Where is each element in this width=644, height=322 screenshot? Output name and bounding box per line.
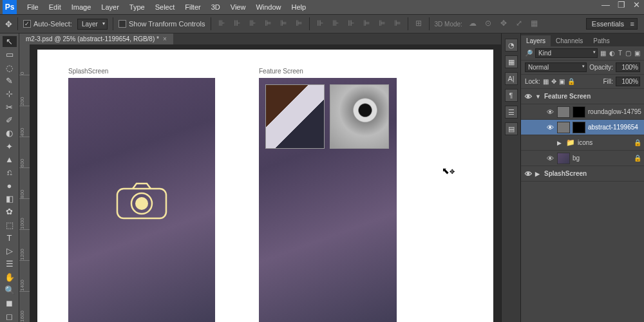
fill-field[interactable]: 100%: [616, 77, 640, 86]
eraser-tool[interactable]: ⎌: [3, 167, 17, 178]
menu-filter[interactable]: Filter: [180, 3, 205, 11]
3d-icon[interactable]: ⊙: [483, 19, 493, 29]
panel-icon-properties[interactable]: ☰: [505, 106, 518, 118]
shape-tool[interactable]: ☰: [3, 258, 17, 269]
panel-icon-paragraph[interactable]: ¶: [505, 89, 518, 102]
distribute-icon[interactable]: ⊫: [392, 19, 402, 29]
artboard-feature[interactable]: [259, 78, 397, 322]
chevron-right-icon[interactable]: ▶: [557, 140, 564, 146]
pen-tool[interactable]: ⬚: [3, 219, 17, 230]
auto-align-icon[interactable]: ⊞: [413, 19, 424, 29]
distribute-icon[interactable]: ⊪: [346, 19, 356, 29]
align-icon[interactable]: ⊫: [294, 19, 304, 29]
blur-tool[interactable]: ◧: [3, 193, 17, 204]
eyedropper-tool[interactable]: ✂: [3, 102, 17, 113]
lock-position-icon[interactable]: ✥: [551, 78, 556, 85]
visibility-icon[interactable]: 👁: [545, 124, 554, 131]
align-icon[interactable]: ⊪: [216, 19, 227, 29]
path-tool[interactable]: ▷: [3, 245, 17, 256]
blend-mode-dropdown[interactable]: Normal: [525, 62, 587, 72]
menu-view[interactable]: View: [225, 3, 251, 11]
filter-kind-dropdown[interactable]: Kind: [535, 48, 598, 58]
panel-icon-history[interactable]: ◔: [505, 39, 518, 52]
dodge-tool[interactable]: ✿: [3, 206, 17, 217]
align-icon[interactable]: ⊫: [263, 19, 273, 29]
canvas[interactable]: SplashScreen Feature Screen ⬉✥: [37, 50, 493, 322]
show-transform-checkbox[interactable]: Show Tranform Controls: [118, 20, 205, 28]
tab-layers[interactable]: Layers: [521, 35, 551, 46]
panel-icon-swatches[interactable]: ▦: [505, 55, 518, 68]
crop-tool[interactable]: ⊹: [3, 88, 17, 99]
background-swatch[interactable]: ◻: [3, 311, 17, 322]
distribute-icon[interactable]: ⊫: [361, 19, 372, 29]
restore-button[interactable]: ❐: [618, 0, 625, 10]
document-tab[interactable]: m2-3.psd @ 25% (abstract-1199654, RGB/8)…: [19, 33, 173, 44]
menu-edit[interactable]: Edit: [44, 3, 66, 11]
visibility-icon[interactable]: 👁: [545, 155, 554, 162]
marquee-tool[interactable]: ▭: [3, 49, 17, 60]
heal-tool[interactable]: ✐: [3, 115, 17, 126]
lock-pixels-icon[interactable]: ▦: [543, 78, 549, 85]
stamp-tool[interactable]: ✦: [3, 141, 17, 152]
layer-abstract[interactable]: 👁 abstract-1199654: [521, 120, 644, 135]
menu-select[interactable]: Select: [150, 3, 180, 11]
filter-type-icon[interactable]: T: [618, 50, 622, 57]
menu-help[interactable]: Help: [287, 3, 312, 11]
menu-file[interactable]: File: [22, 3, 44, 11]
visibility-icon[interactable]: 👁: [524, 170, 533, 178]
layer-group-splash[interactable]: 👁 ▶ SplashScreen: [521, 166, 644, 182]
3d-icon[interactable]: ⤢: [514, 19, 524, 29]
3d-icon[interactable]: ▦: [529, 19, 540, 29]
artboard-splash[interactable]: [68, 78, 215, 322]
artboard-label-feature[interactable]: Feature Screen: [259, 68, 303, 75]
lock-artboard-icon[interactable]: ▣: [559, 78, 565, 85]
visibility-icon[interactable]: 👁: [545, 108, 554, 116]
close-tab-icon[interactable]: ×: [163, 35, 167, 43]
auto-select-checkbox[interactable]: Auto-Select:: [23, 20, 72, 28]
align-icon[interactable]: ⊪: [247, 19, 258, 29]
filter-pixel-icon[interactable]: ▦: [600, 50, 606, 57]
minimize-button[interactable]: —: [601, 0, 610, 10]
chevron-down-icon[interactable]: ▼: [535, 93, 542, 100]
layer-bg[interactable]: 👁 bg 🔒: [521, 151, 644, 166]
gradient-tool[interactable]: ●: [3, 180, 17, 191]
image-thumbnail[interactable]: [265, 84, 325, 149]
filter-shape-icon[interactable]: ▢: [625, 50, 631, 57]
distribute-icon[interactable]: ⊫: [377, 19, 387, 29]
workspace-selector[interactable]: Essentials: [586, 18, 638, 30]
panel-icon-libraries[interactable]: ▤: [505, 122, 518, 135]
type-tool[interactable]: T: [3, 232, 17, 243]
layer-roundaglow[interactable]: 👁 roundaglow-1479554: [521, 104, 644, 120]
panel-icon-character[interactable]: A|: [505, 72, 518, 85]
move-tool[interactable]: ↖: [3, 36, 17, 47]
wand-tool[interactable]: ✎: [3, 75, 17, 86]
chevron-right-icon[interactable]: ▶: [535, 171, 542, 177]
hand-tool[interactable]: ✋: [3, 272, 17, 283]
align-icon[interactable]: ⊪: [232, 19, 242, 29]
history-brush-tool[interactable]: ▲: [3, 154, 17, 165]
3d-icon[interactable]: ✥: [498, 19, 509, 29]
menu-layer[interactable]: Layer: [96, 3, 124, 11]
tab-channels[interactable]: Channels: [551, 35, 588, 46]
auto-select-target-dropdown[interactable]: Layer: [77, 19, 108, 30]
visibility-icon[interactable]: 👁: [524, 93, 533, 100]
filter-smart-icon[interactable]: ▣: [634, 50, 640, 57]
opacity-field[interactable]: 100%: [616, 62, 640, 72]
layer-group-feature[interactable]: 👁 ▼ Feature Screen: [521, 89, 644, 104]
foreground-swatch[interactable]: ◼: [3, 298, 17, 308]
lock-all-icon[interactable]: 🔒: [567, 78, 575, 85]
3d-icon[interactable]: ☁: [468, 19, 478, 29]
filter-adjust-icon[interactable]: ◐: [609, 50, 615, 57]
brush-tool[interactable]: ◐: [3, 128, 17, 138]
tab-paths[interactable]: Paths: [588, 35, 615, 46]
artboard-label-splash[interactable]: SplashScreen: [68, 68, 108, 75]
layer-group-icons[interactable]: 👁 ▶ 📁 icons 🔒: [521, 135, 644, 151]
zoom-tool[interactable]: 🔍: [3, 285, 17, 296]
lasso-tool[interactable]: ◌: [3, 62, 17, 73]
menu-3d[interactable]: 3D: [206, 3, 225, 11]
menu-image[interactable]: Image: [66, 3, 97, 11]
align-icon[interactable]: ⊫: [278, 19, 289, 29]
menu-window[interactable]: Window: [251, 3, 286, 11]
image-thumbnail[interactable]: [330, 84, 389, 149]
distribute-icon[interactable]: ⊪: [330, 19, 341, 29]
